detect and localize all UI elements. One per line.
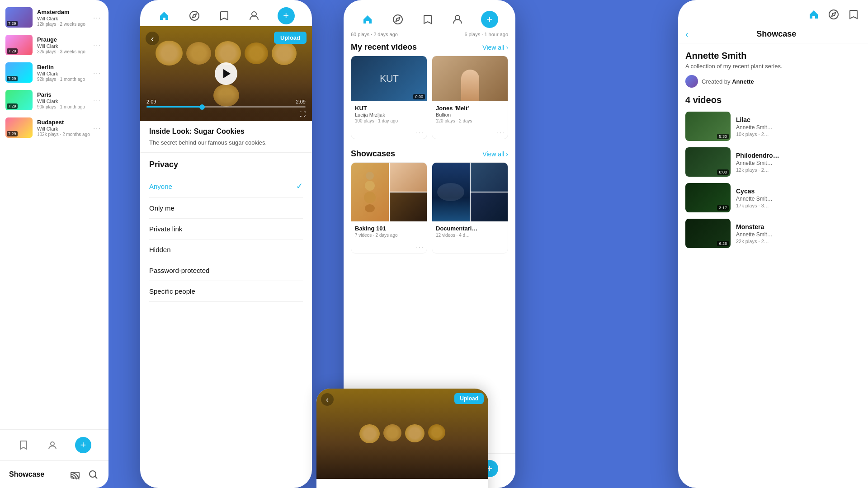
view-all-recent-button[interactable]: View all › xyxy=(482,44,508,51)
bookmark-nav-icon[interactable] xyxy=(217,9,231,23)
showcase-thumb-bot-right xyxy=(390,192,427,221)
list-item[interactable]: 7:29 Paris Will Clark 90k plays · 1 mont… xyxy=(0,86,108,114)
video-info: Budapest Will Clark 102k plays · 2 month… xyxy=(37,119,91,137)
list-item[interactable]: 7:29 Prauge Will Clark 32k plays · 3 wee… xyxy=(0,31,108,59)
home-partial-icon[interactable] xyxy=(808,9,819,20)
showcase-video-item-philo[interactable]: 8:00 Philodendro… Annette Smit… 12k play… xyxy=(685,147,861,177)
total-time: 2:09 xyxy=(296,99,306,104)
more-options-button[interactable]: ··· xyxy=(91,42,103,49)
mini-back-button[interactable]: ‹ xyxy=(321,393,334,406)
showcases-section-header: Showcases View all › xyxy=(344,144,515,162)
video-author: Annette Smit… xyxy=(736,196,861,202)
video-info: Berlin Will Clark 92k plays · 1 month ag… xyxy=(37,64,91,82)
profile-nav-icon[interactable] xyxy=(46,439,59,451)
video-info: KUT Lucija Mrzljak 100 plays · 1 day ago xyxy=(351,101,427,127)
compass-nav-icon[interactable] xyxy=(391,13,405,26)
header-meta-left: 60 plays · 2 days ago xyxy=(351,32,398,37)
video-thumbnail: KUT 0:00 xyxy=(351,56,427,101)
check-icon: ✓ xyxy=(296,181,303,191)
privacy-option-private-link[interactable]: Private link xyxy=(149,219,303,239)
bookmark-partial-icon[interactable] xyxy=(848,9,859,20)
profile-nav-icon[interactable] xyxy=(451,13,464,26)
back-button[interactable]: ‹ xyxy=(146,32,159,45)
progress-fill xyxy=(146,106,202,108)
compass-partial-icon[interactable] xyxy=(828,9,839,20)
more-dots-icon[interactable]: ··· xyxy=(416,243,424,250)
bottom-mini-phone: ‹ Upload xyxy=(316,389,488,488)
back-button[interactable]: ‹ xyxy=(685,29,689,39)
home-nav-icon[interactable] xyxy=(157,9,171,23)
more-options: ··· xyxy=(351,241,427,253)
video-info: Philodendro… Annette Smit… 12k plays · 2… xyxy=(736,152,861,173)
top-nav: + xyxy=(140,0,312,26)
add-button[interactable]: + xyxy=(75,437,91,453)
play-button[interactable] xyxy=(215,62,237,85)
list-item[interactable]: 7:29 Budapest Will Clark 102k plays · 2 … xyxy=(0,114,108,141)
showcases-title: Showcases xyxy=(351,149,395,159)
upload-button[interactable]: Upload xyxy=(274,32,307,44)
video-title: Monstera xyxy=(736,223,861,230)
profile-nav-icon[interactable] xyxy=(247,9,261,23)
video-title: Berlin xyxy=(37,64,91,70)
showcase-video-item-lilac[interactable]: 5:30 Lilac Annette Smit… 10k plays · 2… xyxy=(685,112,861,141)
video-meta: 12k plays · 2 weeks ago xyxy=(37,22,91,27)
privacy-option-hidden[interactable]: Hidden xyxy=(149,239,303,260)
more-options-button[interactable]: ··· xyxy=(91,14,103,21)
header-meta-strip: 60 plays · 2 days ago 6 plays · 1 hour a… xyxy=(344,30,515,37)
mini-upload-button[interactable]: Upload xyxy=(454,393,484,404)
fullscreen-icon[interactable]: ⛶ xyxy=(299,110,306,117)
privacy-option-specific[interactable]: Specific people xyxy=(149,281,303,302)
mini-video-player: ‹ Upload xyxy=(316,389,488,479)
video-author: Will Clark xyxy=(37,16,91,21)
duration-badge: 5:30 xyxy=(717,134,729,139)
bookmark-nav-icon[interactable] xyxy=(17,439,30,451)
home-nav-icon[interactable] xyxy=(361,13,374,26)
progress-track[interactable] xyxy=(146,106,306,108)
video-title: Paris xyxy=(37,91,91,98)
showcase-card-documentary[interactable]: Documentari… 12 videos · 4 d… xyxy=(432,162,508,253)
more-options-button[interactable]: ··· xyxy=(91,69,103,76)
duration-badge: 0:00 xyxy=(413,94,425,99)
more-options-button[interactable]: ··· xyxy=(91,124,103,131)
search-icon[interactable] xyxy=(87,468,99,481)
view-all-showcases-button[interactable]: View all › xyxy=(482,150,508,158)
showcase-cards-row: Baking 101 7 videos · 2 days ago ··· xyxy=(344,162,515,253)
showcase-detail-header: ‹ Showcase xyxy=(678,22,868,43)
more-options-button[interactable]: ··· xyxy=(91,97,103,104)
video-thumbnail: 7:29 xyxy=(5,7,33,28)
creator-prefix: Created by xyxy=(702,78,731,85)
recent-video-card-jones[interactable]: Jones 'Melt' Bullion 120 plays · 2 days … xyxy=(432,56,508,139)
showcase-title: Baking 101 xyxy=(355,225,423,232)
video-author: Bullion xyxy=(436,112,504,117)
progress-dot[interactable] xyxy=(199,104,205,110)
video-meta: 12k plays · 2… xyxy=(736,167,861,173)
bookmark-nav-icon[interactable] xyxy=(421,13,434,26)
showcase-thumb-grid xyxy=(432,163,508,221)
video-meta: 120 plays · 2 days xyxy=(436,118,504,123)
showcase-detail-body: Annette Smith A collection of my recent … xyxy=(678,43,868,262)
showcase-video-item-cycas[interactable]: 3:17 Cycas Annette Smit… 17k plays · 3… xyxy=(685,183,861,212)
svg-point-2 xyxy=(90,471,96,477)
list-item[interactable]: 7:29 Amsterdam Will Clark 12k plays · 2 … xyxy=(0,4,108,31)
showcase-video-item-monstera[interactable]: 6:26 Monstera Annette Smit… 22k plays · … xyxy=(685,219,861,248)
compass-nav-icon[interactable] xyxy=(188,9,201,23)
showcase-meta: 12 videos · 4 d… xyxy=(436,233,504,238)
list-item[interactable]: 7:29 Berlin Will Clark 92k plays · 1 mon… xyxy=(0,59,108,86)
privacy-label-hidden: Hidden xyxy=(149,246,171,253)
video-author: Annette Smit… xyxy=(736,231,861,238)
more-dots-icon[interactable]: ··· xyxy=(497,129,505,136)
video-info: Jones 'Melt' Bullion 120 plays · 2 days xyxy=(432,101,508,127)
cast-icon[interactable] xyxy=(69,468,81,481)
view-all-label: View all xyxy=(482,150,504,158)
add-button[interactable]: + xyxy=(278,7,295,24)
video-details-title: Inside Look: Sugar Cookies xyxy=(149,127,303,136)
showcase-card-baking[interactable]: Baking 101 7 videos · 2 days ago ··· xyxy=(351,162,427,253)
privacy-option-only-me[interactable]: Only me xyxy=(149,198,303,219)
video-thumbnail xyxy=(432,56,508,101)
privacy-option-password[interactable]: Password-protected xyxy=(149,260,303,281)
privacy-option-anyone[interactable]: Anyone ✓ xyxy=(149,175,303,198)
more-dots-icon[interactable]: ··· xyxy=(416,129,424,136)
recent-video-card-kut[interactable]: KUT 0:00 KUT Lucija Mrzljak 100 plays · … xyxy=(351,56,427,139)
add-button[interactable]: + xyxy=(481,11,498,28)
privacy-label-only-me: Only me xyxy=(149,204,175,212)
